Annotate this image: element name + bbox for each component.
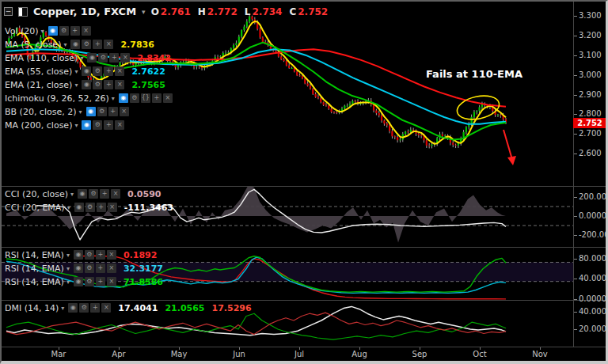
plus-icon[interactable]: + [90,303,100,313]
close-icon[interactable]: × [115,120,124,130]
chevron-down-icon[interactable]: ▾ [63,41,66,48]
eye-icon[interactable]: ◉ [82,80,91,89]
close-icon[interactable]: × [108,203,117,212]
close-icon[interactable]: × [107,250,116,260]
gear-icon[interactable]: ⚙ [82,40,91,49]
plus-icon[interactable]: + [93,40,102,49]
eye-icon[interactable]: ◉ [82,120,91,130]
plus-icon[interactable]: + [152,93,162,103]
eye-icon[interactable]: ◉ [70,40,80,49]
plus-icon[interactable]: + [100,189,109,199]
axis-tick [574,55,577,56]
indicator-value: 17.5296 [212,303,252,313]
gear-icon[interactable]: ⚙ [93,66,102,76]
gear-icon[interactable]: ⚙ [89,189,98,199]
indicator-label[interactable]: EMA (55, close) [5,66,72,77]
gear-icon[interactable]: ⚙ [85,277,94,286]
close-icon[interactable]: × [120,53,130,63]
plus-icon[interactable]: + [104,66,113,76]
indicator-label[interactable]: EMA (21, close) [5,80,72,90]
close-icon[interactable]: × [120,107,129,116]
indicator-label[interactable]: DMI (14, 14) [5,303,59,313]
close-icon[interactable]: × [115,66,124,76]
gear-icon[interactable]: ⚙ [97,107,107,116]
gear-icon[interactable]: ⚙ [85,250,94,260]
close-icon[interactable]: × [107,264,116,273]
indicator-label[interactable]: Ichimoku (9, 26, 52, 26) [5,93,109,104]
gear-icon[interactable]: ⚙ [86,203,95,212]
gear-icon[interactable]: ⚙ [93,120,102,130]
eye-icon[interactable]: ◉ [78,189,87,199]
indicator-label[interactable]: BB (20, close, 2) [5,107,77,117]
gear-icon[interactable]: ⚙ [85,264,94,273]
eye-icon[interactable]: ◉ [48,26,58,36]
gear-icon[interactable]: ⚙ [59,26,69,36]
chevron-down-icon[interactable]: ▾ [112,95,115,102]
price-axis[interactable]: 3.3003.2003.1003.0002.9002.8002.7002.600… [574,2,607,347]
close-icon[interactable]: × [107,277,116,286]
close-icon[interactable]: × [82,26,91,36]
time-axis[interactable]: MarAprMayJunJulAugSepOctNov [2,347,606,361]
indicator-label[interactable]: RSI (14, EMA) [5,250,64,260]
candle-body [259,29,260,38]
close-icon[interactable]: × [115,80,124,89]
gear-icon[interactable]: ⚙ [93,80,102,89]
indicator-label[interactable]: MA (200, close) [5,120,72,131]
plus-icon[interactable]: + [96,277,105,286]
chevron-down-icon[interactable]: ▾ [79,108,82,116]
eye-icon[interactable]: ◉ [119,93,128,103]
indicator-label[interactable]: CCI (20, close) [5,189,68,199]
collapse-pane-button[interactable]: − [4,7,13,16]
indicator-label[interactable]: Vol (20) [5,26,39,36]
chevron-down-icon[interactable]: ▾ [74,122,78,129]
braces-icon[interactable]: {} [141,93,150,103]
symbol-title[interactable]: Copper, 1D, FXCM [33,6,136,17]
plus-icon[interactable]: + [96,264,105,273]
close-icon[interactable]: × [104,40,113,49]
chevron-down-icon[interactable]: ▾ [74,82,78,89]
eye-icon[interactable]: ◉ [74,277,83,286]
eye-icon[interactable]: ◉ [86,107,96,116]
indicator-label[interactable]: RSI (14, EMA) [5,264,64,274]
candle-body [315,94,317,97]
gear-icon[interactable]: ⚙ [98,53,108,63]
chevron-down-icon[interactable]: ▾ [74,68,78,75]
plus-icon[interactable]: + [97,203,106,212]
gear-icon[interactable]: ⚙ [79,303,89,313]
candle-body [352,101,353,104]
annotation-arrowhead[interactable] [507,156,516,165]
time-tick-label: Aug [352,350,367,358]
indicator-label[interactable]: MA (5, close) [5,40,61,50]
chevron-down-icon[interactable]: ▾ [80,55,83,62]
chevron-down-icon[interactable]: ▾ [70,191,74,198]
indicator-label[interactable]: EMA (110, close) [5,53,78,63]
chevron-down-icon[interactable]: ▾ [142,8,146,16]
close-icon[interactable]: × [111,189,120,199]
indicator-label[interactable]: CCI (20, EMA) [5,203,65,213]
plus-icon[interactable]: + [109,53,119,63]
plus-icon[interactable]: + [96,250,105,260]
eye-icon[interactable]: ◉ [87,53,97,63]
eye-icon[interactable]: ◉ [74,203,84,212]
eye-icon[interactable]: ◉ [68,303,78,313]
eye-icon[interactable]: ◉ [82,66,91,76]
plus-icon[interactable]: + [108,107,118,116]
plus-icon[interactable]: + [104,80,113,89]
eye-icon[interactable]: ◉ [74,250,83,260]
chevron-down-icon[interactable]: ▾ [66,252,70,259]
chevron-down-icon[interactable]: ▾ [41,28,44,35]
close-icon[interactable]: × [163,93,173,103]
chevron-down-icon[interactable]: ▾ [66,265,70,272]
plus-icon[interactable]: + [104,120,113,130]
eye-icon[interactable]: ◉ [74,264,83,273]
annotation-note[interactable]: Fails at 110-EMA [426,68,522,80]
indicator-actions: ◉⚙+× [74,203,117,212]
chevron-down-icon[interactable]: ▾ [61,305,64,312]
plus-icon[interactable]: + [70,26,80,36]
gear-icon[interactable]: ⚙ [130,93,139,103]
candle-body [389,125,390,131]
chevron-down-icon[interactable]: ▾ [66,279,70,286]
close-icon[interactable]: × [101,303,111,313]
chevron-down-icon[interactable]: ▾ [67,204,70,211]
indicator-label[interactable]: RSI (14, EMA) [5,277,64,287]
